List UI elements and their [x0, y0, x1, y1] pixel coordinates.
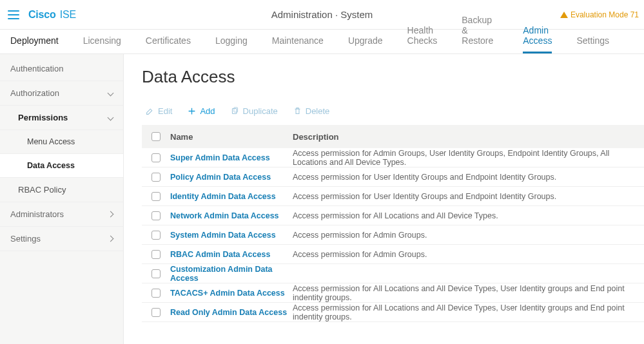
row-name-link[interactable]: Read Only Admin Data Access [170, 308, 287, 317]
table-row: Read Only Admin Data AccessAccess permis… [142, 303, 644, 322]
tab-health-checks[interactable]: Health Checks [407, 19, 438, 53]
table-row: RBAC Admin Data AccessAccess permission … [142, 245, 644, 264]
trash-icon [293, 107, 302, 115]
row-checkbox[interactable] [151, 250, 161, 259]
edit-button[interactable]: Edit [146, 106, 172, 116]
row-checkbox[interactable] [151, 269, 161, 278]
row-checkbox[interactable] [151, 289, 161, 298]
sidebar-item-label: Permissions [18, 113, 68, 122]
sidebar-item-permissions[interactable]: Permissions [0, 106, 123, 130]
header-name[interactable]: Name [170, 132, 293, 142]
delete-button[interactable]: Delete [293, 106, 330, 116]
sidebar-item-authorization[interactable]: Authorization [0, 81, 123, 106]
sidebar-item-label: Authentication [10, 64, 63, 73]
duplicate-button[interactable]: Duplicate [231, 106, 278, 116]
tab-licensing[interactable]: Licensing [83, 29, 121, 53]
row-description: Access permission for Admin Groups. [293, 231, 644, 240]
sidebar-item-rbac-policy[interactable]: RBAC Policy [0, 178, 123, 202]
row-name-link[interactable]: Customization Admin Data Access [170, 265, 273, 283]
tab-deployment[interactable]: Deployment [10, 29, 59, 53]
table-row: Customization Admin Data Access [142, 264, 644, 283]
chevron-down-icon [108, 115, 114, 121]
table-row: System Admin Data AccessAccess permissio… [142, 225, 644, 245]
row-name-link[interactable]: System Admin Data Access [170, 231, 276, 240]
page-title: Data Access [142, 67, 644, 87]
hamburger-menu-icon[interactable] [5, 6, 22, 23]
pencil-icon [146, 107, 154, 115]
add-label: Add [200, 106, 215, 116]
brand-sub: ISE [60, 9, 76, 20]
select-all-checkbox[interactable] [151, 132, 161, 141]
row-checkbox[interactable] [151, 308, 161, 317]
sidebar-item-label: Administrators [10, 209, 64, 219]
edit-label: Edit [158, 106, 172, 116]
row-checkbox[interactable] [151, 211, 161, 220]
tab-certificates[interactable]: Certificates [146, 29, 191, 53]
main-content: Data Access Edit Add Duplicate Delete [124, 54, 644, 344]
sidebar-item-label: Authorization [10, 88, 59, 98]
sidebar-item-authentication[interactable]: Authentication [0, 57, 123, 81]
sidebar-item-settings[interactable]: Settings [0, 227, 123, 251]
sidebar-item-label: Data Access [27, 161, 75, 170]
plus-icon [188, 107, 196, 115]
duplicate-label: Duplicate [243, 106, 278, 116]
row-description: Access permission for User Identity Grou… [293, 192, 644, 201]
table-row: Policy Admin Data AccessAccess permissio… [142, 167, 644, 187]
row-description: Access permission for All Locations and … [293, 284, 644, 302]
table-row: Network Admin Data AccessAccess permissi… [142, 206, 644, 225]
row-checkbox[interactable] [151, 231, 161, 240]
chevron-right-icon [108, 211, 114, 218]
warning-icon [560, 12, 568, 18]
row-name-link[interactable]: TACACS+ Admin Data Access [170, 289, 285, 298]
row-name-link[interactable]: Policy Admin Data Access [170, 173, 271, 182]
add-button[interactable]: Add [188, 106, 215, 116]
header-description[interactable]: Description [293, 132, 644, 142]
row-checkbox[interactable] [151, 153, 161, 162]
sidebar-item-label: Menu Access [27, 137, 75, 146]
toolbar: Edit Add Duplicate Delete [142, 106, 644, 116]
sidebar-item-label: RBAC Policy [18, 185, 66, 195]
sidebar-item-data-access[interactable]: Data Access [0, 154, 123, 178]
row-description: Access permission for All Locations and … [293, 303, 644, 321]
chevron-down-icon [108, 90, 114, 97]
tab-upgrade[interactable]: Upgrade [348, 29, 383, 53]
row-description: Access permission for Admin Groups, User… [293, 149, 644, 167]
row-description: Access permission for Admin Groups. [293, 250, 644, 259]
row-name-link[interactable]: Identity Admin Data Access [170, 192, 276, 201]
row-checkbox[interactable] [151, 173, 161, 182]
sidebar-item-administrators[interactable]: Administrators [0, 202, 123, 227]
tab-admin-access[interactable]: Admin Access [523, 19, 552, 53]
svg-rect-0 [232, 108, 237, 113]
body: AuthenticationAuthorizationPermissionsMe… [0, 54, 644, 344]
row-name-link[interactable]: Network Admin Data Access [170, 211, 279, 220]
tab-settings[interactable]: Settings [576, 29, 609, 53]
row-checkbox[interactable] [151, 192, 161, 201]
row-name-link[interactable]: RBAC Admin Data Access [170, 250, 270, 259]
tab-backup-restore[interactable]: Backup & Restore [462, 8, 498, 53]
brand-main: Cisco [28, 9, 56, 20]
table-row: Super Admin Data AccessAccess permission… [142, 148, 644, 167]
breadcrumb: Administration · System [271, 9, 373, 20]
evaluation-mode-badge[interactable]: Evaluation Mode 71 [560, 10, 639, 19]
data-table: Name Description Super Admin Data Access… [142, 125, 644, 322]
sidebar: AuthenticationAuthorizationPermissionsMe… [0, 54, 124, 344]
table-row: TACACS+ Admin Data AccessAccess permissi… [142, 283, 644, 303]
chevron-right-icon [108, 236, 114, 242]
row-name-link[interactable]: Super Admin Data Access [170, 153, 270, 162]
brand[interactable]: Cisco ISE [28, 9, 76, 21]
copy-icon [231, 107, 239, 115]
sidebar-item-label: Settings [10, 234, 41, 244]
main-tabs: DeploymentLicensingCertificatesLoggingMa… [0, 30, 644, 54]
tab-maintenance[interactable]: Maintenance [272, 29, 324, 53]
sidebar-item-menu-access[interactable]: Menu Access [0, 130, 123, 154]
row-description: Access permission for User Identity Grou… [293, 173, 644, 182]
table-header: Name Description [142, 125, 644, 148]
evaluation-text: Evaluation Mode 71 [571, 10, 639, 19]
delete-label: Delete [306, 106, 330, 116]
table-row: Identity Admin Data AccessAccess permiss… [142, 187, 644, 206]
tab-logging[interactable]: Logging [215, 29, 248, 53]
row-description: Access permission for All Locations and … [293, 211, 644, 220]
